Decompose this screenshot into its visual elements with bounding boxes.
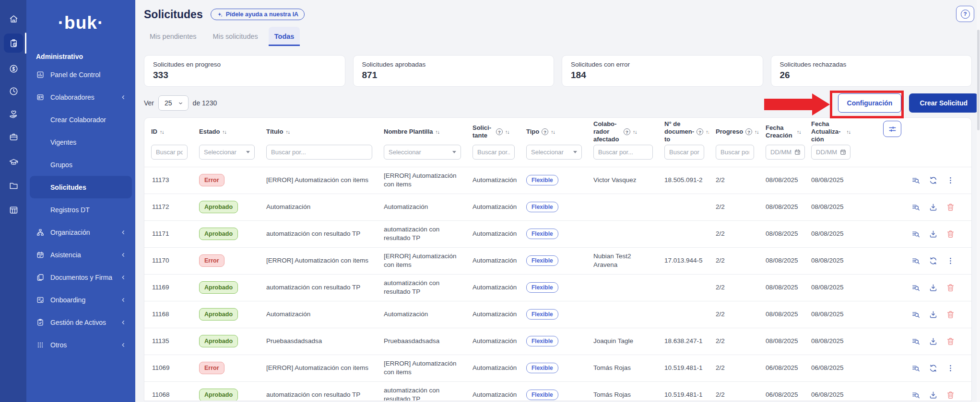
home-icon[interactable]: [4, 9, 23, 28]
sort-icon[interactable]: ↑↓: [505, 129, 509, 135]
sidebar-item-documentos-y-firma[interactable]: Documentos y Firma: [30, 266, 132, 288]
view-details-icon[interactable]: [911, 203, 921, 212]
delete-icon[interactable]: [946, 337, 955, 346]
column-header-label[interactable]: Título: [266, 128, 283, 136]
filter-input[interactable]: [664, 145, 704, 160]
sort-icon[interactable]: ↑↓: [847, 129, 851, 135]
sidebar-item-organizacion[interactable]: Organización: [30, 221, 132, 243]
column-header[interactable]: Estado↑↓: [192, 118, 260, 144]
filter-select[interactable]: Seleccionar: [526, 145, 582, 160]
column-settings-button[interactable]: [883, 121, 901, 137]
sort-icon[interactable]: ↑↓: [706, 129, 709, 135]
column-header[interactable]: Título↑↓: [260, 118, 377, 144]
view-details-icon[interactable]: [911, 337, 921, 346]
filter-select[interactable]: Seleccionar: [384, 145, 461, 160]
column-header[interactable]: Colabo­rador afectado?↑↓: [587, 118, 658, 144]
vertical-scrollbar[interactable]: [977, 0, 980, 402]
column-header-label[interactable]: Progreso: [716, 128, 743, 136]
column-header-label[interactable]: Fecha Creación: [766, 124, 794, 140]
delete-icon[interactable]: [946, 203, 955, 212]
sort-icon[interactable]: ↑↓: [551, 129, 555, 135]
benefits-hand-heart-icon[interactable]: [4, 104, 23, 124]
sidebar-item-panel-de-control[interactable]: Panel de Control: [30, 63, 132, 86]
more-options-icon[interactable]: [946, 364, 955, 373]
column-header-label[interactable]: Nombre Plantilla: [384, 128, 433, 136]
column-header[interactable]: Fecha Creación↑↓: [759, 118, 804, 144]
filter-select[interactable]: Seleccionar: [199, 145, 255, 160]
sort-icon[interactable]: ↑↓: [160, 129, 164, 135]
column-help-icon[interactable]: ?: [624, 128, 630, 135]
column-header[interactable]: Nombre Plantilla↑↓: [377, 118, 466, 144]
sidebar-item-solicitudes[interactable]: Solicitudes: [30, 176, 132, 198]
clock-icon[interactable]: [4, 81, 23, 101]
retry-icon[interactable]: [929, 364, 938, 373]
sort-icon[interactable]: ↑↓: [285, 129, 290, 135]
page-size-select[interactable]: 25: [158, 95, 189, 111]
view-details-icon[interactable]: [911, 230, 921, 239]
requests-clipboard-icon[interactable]: [4, 34, 23, 53]
more-options-icon[interactable]: [946, 176, 955, 185]
filter-date-input[interactable]: DD/MM/: [811, 145, 850, 160]
download-icon[interactable]: [929, 203, 938, 212]
column-header[interactable]: Progreso?↑↓: [709, 118, 759, 144]
column-header-label[interactable]: N° de documen­to: [664, 120, 694, 144]
tab-mis-pendientes[interactable]: Mis pendientes: [144, 27, 202, 46]
view-details-icon[interactable]: [911, 364, 921, 373]
folder-icon[interactable]: [4, 176, 23, 195]
filter-input[interactable]: [716, 145, 754, 160]
delete-icon[interactable]: [946, 230, 955, 239]
tab-mis-solicitudes[interactable]: Mis solicitudes: [207, 27, 264, 46]
briefcase-icon[interactable]: [4, 127, 23, 146]
column-header-label[interactable]: Colabo­rador afectado: [593, 120, 621, 144]
sort-icon[interactable]: ↑↓: [222, 129, 226, 135]
sort-icon[interactable]: ↑↓: [755, 129, 759, 135]
money-icon[interactable]: [4, 59, 23, 78]
filter-input[interactable]: [151, 145, 188, 160]
download-icon[interactable]: [929, 230, 938, 239]
view-details-icon[interactable]: [911, 391, 921, 400]
delete-icon[interactable]: [946, 391, 955, 400]
column-header[interactable]: Solici­tante?↑↓: [466, 118, 520, 144]
view-details-icon[interactable]: [911, 283, 921, 292]
download-icon[interactable]: [929, 391, 938, 400]
view-details-icon[interactable]: [911, 310, 921, 319]
retry-icon[interactable]: [929, 256, 938, 265]
column-header[interactable]: Tipo?↑↓: [520, 118, 587, 144]
sidebar-item-registros-dt[interactable]: Registros DT: [30, 198, 132, 221]
download-icon[interactable]: [929, 337, 938, 346]
sort-icon[interactable]: ↑↓: [633, 129, 637, 135]
download-icon[interactable]: [929, 283, 938, 292]
download-icon[interactable]: [929, 310, 938, 319]
column-header-label[interactable]: Solici­tante: [472, 124, 494, 140]
ai-help-button[interactable]: Pídele ayuda a nuestra IA: [211, 9, 305, 20]
sidebar-item-otros[interactable]: Otros: [30, 333, 132, 356]
delete-icon[interactable]: [946, 283, 955, 292]
column-help-icon[interactable]: ?: [542, 128, 548, 135]
sidebar-item-onboarding[interactable]: Onboarding: [30, 288, 132, 311]
column-header[interactable]: ID↑↓: [144, 118, 192, 144]
sort-icon[interactable]: ↑↓: [436, 129, 440, 135]
retry-icon[interactable]: [929, 176, 938, 185]
delete-icon[interactable]: [946, 310, 955, 319]
column-header-label[interactable]: Estado: [199, 128, 220, 136]
sort-icon[interactable]: ↑↓: [797, 129, 801, 135]
view-details-icon[interactable]: [911, 256, 921, 265]
sidebar-item-grupos[interactable]: Grupos: [30, 153, 132, 176]
filter-input[interactable]: [593, 145, 653, 160]
view-details-icon[interactable]: [911, 176, 921, 185]
filter-date-input[interactable]: DD/MM/: [766, 145, 805, 160]
scrollbar-thumb[interactable]: [977, 30, 980, 130]
sidebar-item-colaboradores[interactable]: Colaboradores: [30, 86, 132, 108]
sidebar-item-gestion-de-activos[interactable]: Gestión de Activos: [30, 311, 132, 333]
column-header-label[interactable]: ID: [151, 128, 157, 136]
column-header-label[interactable]: Tipo: [526, 128, 539, 136]
crear-solicitud-button[interactable]: Crear Solicitud: [909, 93, 978, 113]
sidebar-item-asistencia[interactable]: Asistencia: [30, 243, 132, 266]
column-header-label[interactable]: Fecha Actualiza­ción: [811, 120, 844, 144]
filter-input[interactable]: [266, 145, 372, 160]
storefront-icon[interactable]: [4, 200, 23, 219]
column-header[interactable]: N° de documen­to?↑↓: [658, 118, 709, 144]
sidebar-item-vigentes[interactable]: Vigentes: [30, 131, 132, 153]
filter-input[interactable]: [472, 145, 515, 160]
column-header[interactable]: Fecha Actualiza­ción↑↓: [804, 118, 852, 144]
